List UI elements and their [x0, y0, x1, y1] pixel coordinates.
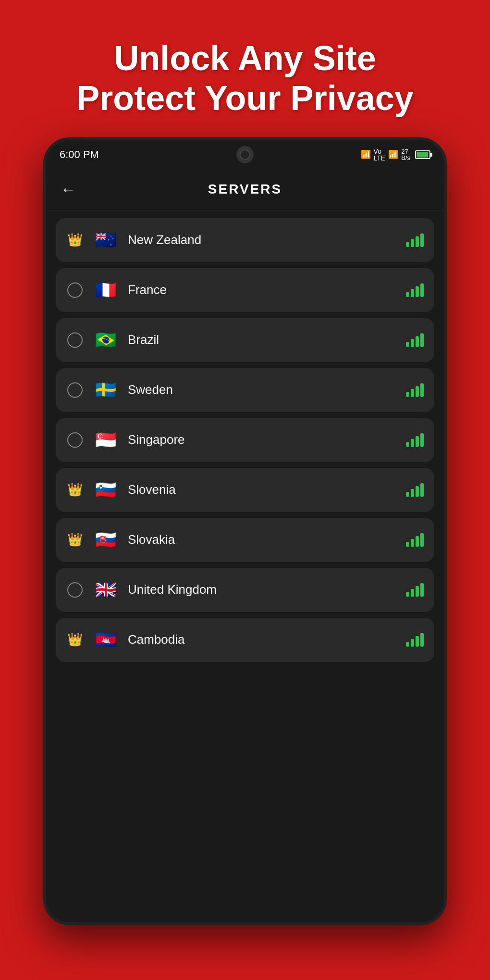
- premium-icon: 👑: [66, 481, 84, 499]
- signal-bar: [406, 592, 409, 597]
- country-flag: 🇸🇪: [92, 377, 119, 404]
- country-flag: 🇳🇿: [92, 227, 119, 254]
- crown-icon: 👑: [67, 532, 83, 547]
- signal-strength: [406, 383, 424, 397]
- signal-bar: [406, 292, 409, 297]
- server-name: Sweden: [128, 382, 397, 397]
- status-time: 6:00 PM: [60, 148, 99, 161]
- crown-icon: 👑: [67, 482, 83, 497]
- radio-circle[interactable]: [67, 332, 83, 348]
- country-flag: 🇫🇷: [92, 277, 119, 304]
- signal-bar: [411, 339, 414, 347]
- signal-bar: [411, 289, 414, 297]
- server-name: Cambodia: [128, 632, 397, 647]
- signal-bar: [411, 639, 414, 647]
- server-list: 👑🇳🇿New Zealand🇫🇷France🇧🇷Brazil🇸🇪Sweden🇸🇬…: [46, 210, 444, 670]
- premium-icon: 👑: [66, 631, 84, 649]
- signal-strength: [406, 233, 424, 247]
- signal-bar: [420, 533, 424, 547]
- signal-strength: [406, 433, 424, 447]
- country-flag: 🇰🇭: [92, 626, 119, 653]
- country-flag: 🇸🇰: [92, 527, 119, 553]
- signal-bar: [406, 392, 409, 397]
- country-flag: 🇬🇧: [92, 576, 119, 603]
- signal-bar: [416, 336, 419, 347]
- radio-selector: [66, 431, 84, 449]
- signal-bar: [406, 242, 409, 247]
- camera-notch: [236, 146, 254, 163]
- signal-bar: [416, 536, 419, 547]
- server-name: New Zealand: [128, 233, 397, 247]
- server-name: Slovenia: [128, 482, 397, 497]
- promo-line2: Protect Your Privacy: [76, 79, 414, 117]
- signal-bar: [420, 433, 424, 447]
- signal-strength: [406, 483, 424, 497]
- signal-bar: [416, 586, 419, 597]
- server-name: France: [128, 282, 397, 297]
- signal-strength: [406, 333, 424, 347]
- signal-bar: [411, 389, 414, 397]
- signal-icon: 📶: [388, 149, 398, 159]
- signal-bar: [420, 483, 424, 497]
- signal-bar: [420, 283, 424, 297]
- signal-strength: [406, 283, 424, 297]
- promo-line1: Unlock Any Site: [114, 39, 376, 77]
- server-item[interactable]: 👑🇸🇮Slovenia: [56, 468, 434, 512]
- signal-bar: [420, 233, 424, 247]
- server-item[interactable]: 👑🇸🇰Slovakia: [56, 518, 434, 562]
- server-item[interactable]: 🇧🇷Brazil: [56, 318, 434, 362]
- signal-bar: [411, 239, 414, 247]
- signal-strength: [406, 633, 424, 647]
- server-item[interactable]: 🇬🇧United Kingdom: [56, 568, 434, 612]
- signal-bar: [416, 386, 419, 397]
- premium-icon: 👑: [66, 531, 84, 549]
- radio-circle[interactable]: [67, 382, 83, 398]
- country-flag: 🇸🇮: [92, 477, 119, 503]
- back-button[interactable]: ←: [61, 181, 76, 198]
- signal-strength: [406, 533, 424, 547]
- signal-bar: [411, 489, 414, 497]
- signal-strength: [406, 583, 424, 597]
- signal-bar: [420, 333, 424, 347]
- signal-bar: [406, 342, 409, 347]
- crown-icon: 👑: [67, 632, 83, 647]
- promo-header: Unlock Any Site Protect Your Privacy: [48, 0, 442, 137]
- radio-circle[interactable]: [67, 432, 83, 448]
- server-name: United Kingdom: [128, 582, 397, 597]
- signal-bar: [406, 492, 409, 497]
- country-flag: 🇸🇬: [92, 427, 119, 453]
- signal-bar: [420, 633, 424, 647]
- radio-selector: [66, 581, 84, 599]
- signal-bar: [411, 589, 414, 597]
- signal-bar: [411, 539, 414, 547]
- server-item[interactable]: 🇸🇪Sweden: [56, 368, 434, 412]
- signal-bar: [406, 442, 409, 447]
- radio-circle[interactable]: [67, 582, 83, 598]
- screen: ← SERVERS 👑🇳🇿New Zealand🇫🇷France🇧🇷Brazil…: [46, 169, 444, 922]
- radio-selector: [66, 282, 84, 299]
- signal-bar: [416, 236, 419, 247]
- data-speed: 27B/s: [401, 148, 410, 161]
- server-item[interactable]: 🇫🇷France: [56, 268, 434, 312]
- phone-frame: 6:00 PM 📶 VoLTE 📶 27B/s ← SERVERS 👑🇳🇿New…: [43, 137, 447, 925]
- premium-icon: 👑: [66, 232, 84, 249]
- radio-selector: [66, 381, 84, 399]
- country-flag: 🇧🇷: [92, 327, 119, 354]
- screen-title: SERVERS: [86, 182, 404, 197]
- network-text: VoLTE: [374, 148, 386, 161]
- signal-bar: [406, 642, 409, 647]
- radio-circle[interactable]: [67, 282, 83, 298]
- server-name: Singapore: [128, 432, 397, 447]
- wifi-icon: 📶: [361, 149, 371, 159]
- signal-bar: [420, 583, 424, 597]
- signal-bar: [420, 383, 424, 397]
- server-item[interactable]: 👑🇰🇭Cambodia: [56, 618, 434, 662]
- status-icons: 📶 VoLTE 📶 27B/s: [361, 148, 430, 161]
- radio-selector: [66, 331, 84, 349]
- signal-bar: [406, 542, 409, 547]
- signal-bar: [411, 439, 414, 447]
- status-bar: 6:00 PM 📶 VoLTE 📶 27B/s: [46, 140, 444, 169]
- server-name: Brazil: [128, 332, 397, 347]
- server-item[interactable]: 🇸🇬Singapore: [56, 418, 434, 462]
- server-item[interactable]: 👑🇳🇿New Zealand: [56, 218, 434, 262]
